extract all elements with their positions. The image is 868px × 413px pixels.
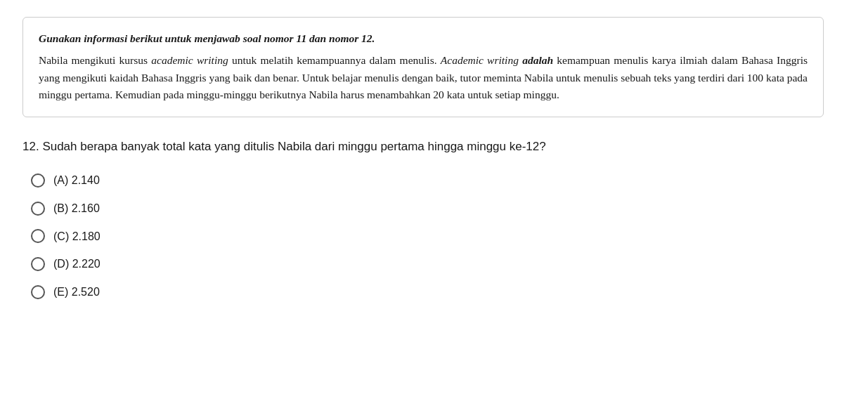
option-d-label: (D) 2.220 xyxy=(53,255,101,273)
radio-b[interactable] xyxy=(31,202,45,216)
body-text-1: Nabila mengikuti kursus xyxy=(39,54,151,66)
question-container: 12. Sudah berapa banyak total kata yang … xyxy=(22,137,846,156)
radio-a[interactable] xyxy=(31,173,45,188)
option-d[interactable]: (D) 2.220 xyxy=(31,255,846,273)
radio-d[interactable] xyxy=(31,257,45,271)
info-box-title: Gunakan informasi berikut untuk menjawab… xyxy=(39,30,808,48)
italic-academic-writing-2: Academic writing xyxy=(441,54,519,66)
option-c-label: (C) 2.180 xyxy=(53,228,101,246)
info-title-text: Gunakan informasi berikut untuk menjawab… xyxy=(39,32,375,44)
info-box: Gunakan informasi berikut untuk menjawab… xyxy=(22,17,824,117)
body-text-2: untuk melatih kemampuannya dalam menulis… xyxy=(228,54,441,66)
option-a-label: (A) 2.140 xyxy=(53,171,100,190)
bold-italic-adalah: adalah xyxy=(522,54,553,66)
radio-c[interactable] xyxy=(31,229,45,243)
option-b-label: (B) 2.160 xyxy=(53,199,100,218)
question-text: Sudah berapa banyak total kata yang ditu… xyxy=(42,140,545,153)
option-c[interactable]: (C) 2.180 xyxy=(31,228,846,246)
question-number: 12. xyxy=(22,140,39,153)
option-b[interactable]: (B) 2.160 xyxy=(31,199,846,218)
options-list: (A) 2.140 (B) 2.160 (C) 2.180 (D) 2.220 … xyxy=(22,171,846,301)
info-box-body: Nabila mengikuti kursus academic writing… xyxy=(39,52,808,104)
option-a[interactable]: (A) 2.140 xyxy=(31,171,846,190)
option-e-label: (E) 2.520 xyxy=(53,283,100,301)
radio-e[interactable] xyxy=(31,285,45,299)
italic-academic-writing-1: academic writing xyxy=(151,54,228,66)
option-e[interactable]: (E) 2.520 xyxy=(31,283,846,301)
